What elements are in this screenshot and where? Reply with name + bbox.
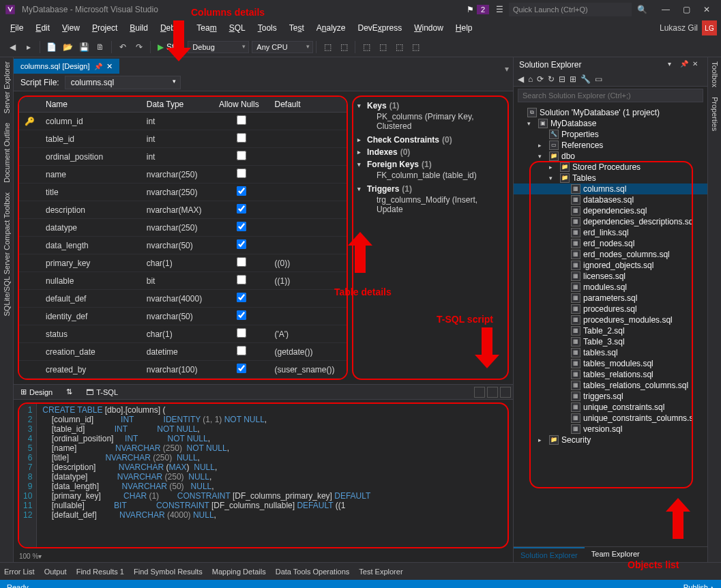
table-row[interactable]: descriptionnvarchar(MAX): [19, 201, 347, 219]
tree-node[interactable]: ▸📁Security: [514, 435, 707, 445]
redo-button[interactable]: ↷: [131, 39, 147, 55]
allow-nulls-checkbox[interactable]: [237, 257, 246, 267]
menu-devexpress[interactable]: DevExpress: [351, 21, 408, 35]
tree-node[interactable]: ▾📁Tables: [514, 173, 707, 183]
tree-node[interactable]: ▦erd_nodes.sql: [514, 238, 707, 249]
menu-test[interactable]: Test: [283, 21, 310, 35]
col-header-allownulls[interactable]: Allow Nulls: [214, 97, 269, 113]
refresh-icon[interactable]: ↻: [548, 74, 555, 84]
table-row[interactable]: namenvarchar(250): [19, 166, 347, 183]
tree-node[interactable]: ▦tables.sql: [514, 347, 707, 358]
menu-file[interactable]: File: [4, 21, 29, 35]
tab-tsql[interactable]: 🗔 T-SQL: [79, 387, 125, 398]
right-rail-tab-toolbox[interactable]: Toolbox: [711, 61, 719, 87]
columns-grid[interactable]: Name Data Type Allow Nulls Default 🔑 col…: [18, 95, 348, 380]
panel-test-explorer[interactable]: Test Explorer: [359, 568, 402, 576]
flag-icon[interactable]: ⚑: [467, 5, 474, 14]
tree-node[interactable]: ▦triggers.sql: [514, 391, 707, 402]
panel-find-results-1[interactable]: Find Results 1: [76, 568, 124, 576]
pin-icon[interactable]: 📌: [94, 63, 102, 70]
zoom-level[interactable]: 100 % ▾: [14, 550, 513, 562]
table-row[interactable]: last_modification_datedatetime (getdate(…: [19, 379, 347, 381]
tree-node[interactable]: ▦Table_2.sql: [514, 325, 707, 336]
maximize-button[interactable]: ▢: [676, 2, 696, 17]
table-row[interactable]: nullablebit ((1)): [19, 272, 347, 290]
details-keys-header[interactable]: ▾Keys (1): [357, 101, 503, 111]
start-debug-button[interactable]: ▶Start: [153, 42, 188, 52]
table-row[interactable]: creation_datedatetime (getdate()): [19, 343, 347, 361]
tab-solution-explorer[interactable]: Solution Explorer: [514, 547, 585, 562]
undo-button[interactable]: ↶: [115, 39, 131, 55]
tree-node[interactable]: ▾📁dbo: [514, 151, 707, 162]
publish-button[interactable]: Publish ▴: [683, 583, 714, 589]
left-rail-tab-sqlite-toolbox[interactable]: SQLite/SQL Server Compact Toolbox: [3, 192, 11, 317]
right-rail-tab-properties[interactable]: Properties: [711, 97, 719, 131]
tree-node[interactable]: ▦version.sql: [514, 424, 707, 435]
tab-dropdown-icon[interactable]: ▾: [505, 64, 509, 74]
left-rail-tab-doc-outline[interactable]: Document Outline: [3, 123, 11, 183]
allow-nulls-checkbox[interactable]: [237, 346, 246, 355]
col-header-name[interactable]: Name: [40, 97, 141, 113]
table-row[interactable]: statuschar(1) ('A'): [19, 325, 347, 343]
tool-icon-3[interactable]: ⬚: [358, 39, 374, 55]
menu-project[interactable]: Project: [86, 21, 123, 35]
col-header-datatype[interactable]: Data Type: [141, 97, 214, 113]
table-row[interactable]: table_idint: [19, 130, 347, 148]
tree-node[interactable]: ▦Table_3.sql: [514, 336, 707, 347]
menu-help[interactable]: Help: [450, 21, 479, 35]
tab-design[interactable]: ⊞ Design: [14, 386, 59, 398]
details-fk-item[interactable]: FK_column_table (table_id): [357, 169, 503, 181]
allow-nulls-checkbox[interactable]: [237, 133, 246, 143]
close-button[interactable]: ✕: [696, 2, 717, 17]
menu-debug[interactable]: Debug: [154, 21, 190, 35]
tree-node[interactable]: ▦procedures_modules.sql: [514, 314, 707, 325]
preview-icon[interactable]: ▭: [595, 74, 602, 84]
tool-icon-5[interactable]: ⬚: [391, 39, 407, 55]
tree-node[interactable]: ▾▣MyDatabase: [514, 118, 707, 129]
panel-find-symbol[interactable]: Find Symbol Results: [134, 568, 203, 576]
properties-icon[interactable]: 🔧: [580, 74, 591, 84]
minimize-button[interactable]: —: [656, 2, 676, 17]
open-file-button[interactable]: 📂: [59, 39, 76, 55]
table-row[interactable]: 🔑 column_idint: [19, 113, 347, 130]
table-row[interactable]: ordinal_positionint: [19, 148, 347, 166]
tsql-editor[interactable]: 123456789101112 CREATE TABLE [dbo].[colu…: [18, 402, 509, 548]
search-icon[interactable]: 🔍: [637, 5, 647, 14]
allow-nulls-checkbox[interactable]: [237, 151, 246, 160]
tool-icon-1[interactable]: ⬚: [319, 39, 336, 55]
tree-node[interactable]: ▦databases.sql: [514, 194, 707, 205]
feedback-icon[interactable]: ☰: [496, 5, 503, 14]
menu-analyze[interactable]: Analyze: [310, 21, 352, 35]
tree-node[interactable]: ▦tables_relations_columns.sql: [514, 380, 707, 391]
allow-nulls-checkbox[interactable]: [237, 328, 246, 338]
panel-error-list[interactable]: Error List: [4, 568, 35, 576]
tree-node[interactable]: ⧉Solution 'MyDatabase' (1 project): [514, 107, 707, 118]
menu-team[interactable]: Team: [190, 21, 222, 35]
table-row[interactable]: identity_defnvarchar(50): [19, 308, 347, 325]
back-nav-icon[interactable]: ◀: [518, 74, 524, 84]
allow-nulls-checkbox[interactable]: [237, 168, 246, 178]
tree-node[interactable]: ▦tables_relations.sql: [514, 369, 707, 380]
menu-tools[interactable]: Tools: [252, 21, 283, 35]
collapse-icon[interactable]: ⊟: [559, 74, 565, 84]
allow-nulls-checkbox[interactable]: [237, 275, 246, 284]
table-row[interactable]: data_lengthnvarchar(50): [19, 237, 347, 254]
tab-split[interactable]: ⇅: [59, 386, 79, 398]
pane-layout-icon-1[interactable]: [474, 387, 485, 398]
tree-node[interactable]: ▦unique_constraints_columns.s: [514, 413, 707, 424]
home-icon[interactable]: ⌂: [528, 74, 533, 84]
details-triggers-item[interactable]: trg_columns_Modify (Insert, Update: [357, 194, 503, 216]
tree-node[interactable]: ▦erd_links.sql: [514, 227, 707, 238]
nav-fwd-button[interactable]: ▸: [20, 39, 37, 55]
tool-icon-4[interactable]: ⬚: [374, 39, 391, 55]
allow-nulls-checkbox[interactable]: [237, 239, 246, 249]
tree-node[interactable]: ▦unique_constraints.sql: [514, 402, 707, 413]
menu-sql[interactable]: SQL: [223, 21, 252, 35]
left-rail-tab-server-explorer[interactable]: Server Explorer: [3, 61, 11, 113]
panel-output[interactable]: Output: [44, 568, 67, 576]
menu-window[interactable]: Window: [408, 21, 450, 35]
allow-nulls-checkbox[interactable]: [237, 293, 246, 302]
table-row[interactable]: datatypenvarchar(250): [19, 219, 347, 237]
details-triggers-header[interactable]: ▾Triggers (1): [357, 184, 503, 194]
tool-icon-2[interactable]: ⬚: [336, 39, 352, 55]
